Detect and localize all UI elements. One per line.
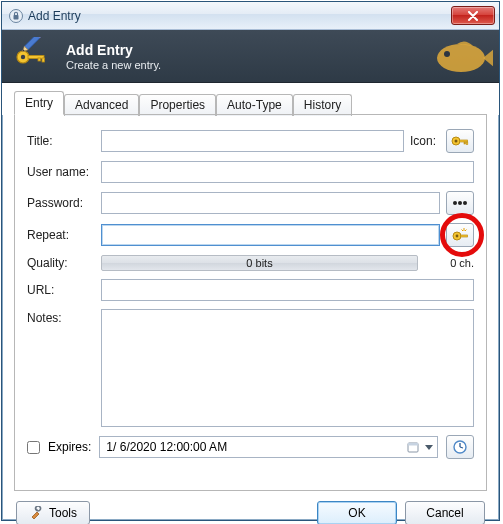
- svg-rect-7: [24, 37, 42, 50]
- svg-rect-24: [461, 235, 468, 237]
- calendar-drop-icon: [407, 441, 419, 453]
- svg-point-3: [21, 55, 25, 59]
- expires-preset-button[interactable]: [446, 435, 474, 459]
- key-icon: [451, 133, 469, 149]
- url-label: URL:: [27, 283, 101, 297]
- banner-subtitle: Create a new entry.: [66, 59, 161, 71]
- expires-label: Expires:: [48, 440, 91, 454]
- password-label: Password:: [27, 196, 101, 210]
- svg-point-20: [458, 201, 462, 205]
- tab-label: History: [304, 98, 341, 112]
- svg-marker-12: [483, 48, 493, 68]
- close-icon: [467, 11, 479, 21]
- svg-rect-4: [28, 55, 44, 58]
- add-entry-window: Add Entry: [1, 1, 500, 521]
- svg-point-11: [437, 44, 485, 72]
- tools-button[interactable]: Tools: [16, 501, 90, 524]
- svg-marker-30: [425, 445, 433, 450]
- toggle-password-button[interactable]: [446, 191, 474, 215]
- footer: Tools OK Cancel: [2, 491, 499, 524]
- icon-picker-button[interactable]: [446, 129, 474, 153]
- svg-rect-16: [460, 140, 468, 142]
- fish-icon: [423, 34, 493, 80]
- svg-rect-18: [466, 142, 468, 145]
- titlebar: Add Entry: [2, 2, 499, 30]
- quality-chars: 0 ch.: [424, 257, 474, 269]
- title-label: Title:: [27, 134, 101, 148]
- cancel-label: Cancel: [426, 506, 463, 520]
- tab-history[interactable]: History: [293, 94, 352, 116]
- close-button[interactable]: [451, 6, 495, 25]
- title-input[interactable]: [101, 130, 404, 152]
- repeat-label: Repeat:: [27, 228, 101, 242]
- username-input[interactable]: [101, 161, 474, 183]
- ok-button[interactable]: OK: [317, 501, 397, 524]
- expires-value: 1/ 6/2020 12:00:00 AM: [106, 440, 227, 454]
- password-input[interactable]: [101, 192, 440, 214]
- expires-datetime[interactable]: 1/ 6/2020 12:00:00 AM: [99, 436, 438, 458]
- svg-rect-6: [42, 58, 44, 62]
- icon-label: Icon:: [410, 134, 436, 148]
- repeat-input[interactable]: [101, 224, 440, 246]
- expires-checkbox[interactable]: [27, 441, 40, 454]
- tab-label: Auto-Type: [227, 98, 282, 112]
- dots-icon: [452, 197, 468, 209]
- generate-password-button[interactable]: [446, 223, 474, 247]
- tab-label: Advanced: [75, 98, 128, 112]
- tab-advanced[interactable]: Advanced: [64, 94, 139, 116]
- window-title: Add Entry: [24, 9, 451, 23]
- banner: Add Entry Create a new entry.: [2, 30, 499, 83]
- lock-icon: [8, 8, 24, 24]
- svg-point-19: [453, 201, 457, 205]
- svg-rect-17: [464, 142, 466, 144]
- svg-point-15: [455, 140, 458, 143]
- svg-line-26: [462, 230, 464, 232]
- cancel-button[interactable]: Cancel: [405, 501, 485, 524]
- tab-properties[interactable]: Properties: [139, 94, 216, 116]
- svg-rect-29: [408, 443, 418, 446]
- key-pencil-icon: [14, 36, 54, 76]
- notes-input[interactable]: [101, 309, 474, 427]
- ok-label: OK: [348, 506, 365, 520]
- svg-point-21: [463, 201, 467, 205]
- svg-rect-1: [14, 15, 19, 20]
- chevron-down-icon: [425, 443, 433, 451]
- banner-title: Add Entry: [66, 42, 161, 58]
- svg-point-23: [456, 235, 459, 238]
- svg-line-27: [465, 230, 467, 232]
- url-input[interactable]: [101, 279, 474, 301]
- tab-entry[interactable]: Entry: [14, 91, 64, 115]
- svg-rect-5: [38, 58, 40, 61]
- notes-label: Notes:: [27, 309, 101, 325]
- tools-icon: [29, 506, 43, 520]
- tools-label: Tools: [49, 506, 77, 520]
- entry-panel: Title: Icon: User name:: [14, 115, 487, 491]
- quality-meter: 0 bits: [101, 255, 418, 271]
- quality-bits: 0 bits: [246, 257, 272, 269]
- quality-label: Quality:: [27, 256, 101, 270]
- key-spark-icon: [451, 227, 469, 243]
- tab-auto-type[interactable]: Auto-Type: [216, 94, 293, 116]
- clock-icon: [452, 439, 468, 455]
- tabstrip: Entry Advanced Properties Auto-Type Hist…: [2, 83, 499, 115]
- tab-label: Entry: [25, 96, 53, 110]
- tab-label: Properties: [150, 98, 205, 112]
- username-label: User name:: [27, 165, 101, 179]
- svg-point-13: [444, 51, 450, 57]
